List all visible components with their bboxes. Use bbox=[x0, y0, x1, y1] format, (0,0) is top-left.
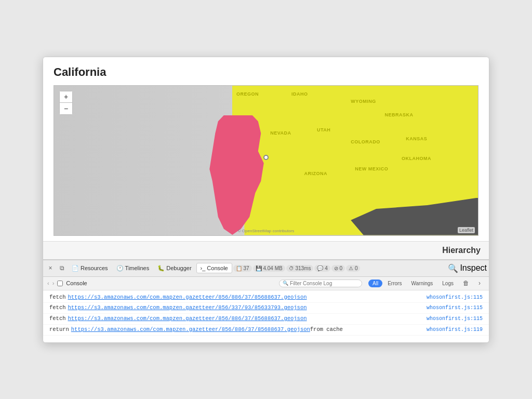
time-badge: ⏱ 313ms bbox=[286, 265, 314, 272]
console-back-button[interactable]: ‹ bbox=[47, 280, 49, 286]
log-source-4[interactable]: whosonfirst.js:119 bbox=[422, 326, 483, 334]
log-url-4[interactable]: https://s3.amazonaws.com/com.mapzen.gaze… bbox=[71, 326, 310, 334]
log-suffix-4: from cache bbox=[310, 326, 343, 334]
log-entry-4: return https://s3.amazonaws.com/com.mapz… bbox=[43, 325, 489, 336]
label-nebraska: NEBRASKA bbox=[384, 112, 413, 117]
warnings-value: 0 bbox=[355, 265, 358, 271]
messages-badge: 💬 4 bbox=[314, 265, 330, 272]
console-icon: ›_ bbox=[201, 265, 206, 271]
label-nevada: NEVADA bbox=[270, 130, 291, 136]
devtools-console-button[interactable]: ›_ Console bbox=[196, 263, 232, 273]
log-entry-2: fetch https://s3.amazonaws.com/com.mapze… bbox=[43, 303, 489, 314]
log-source-1[interactable]: whosonfirst.js:115 bbox=[422, 294, 483, 301]
page-area: California OREGON IDAHO WYOMING NEBRASKA… bbox=[43, 57, 489, 241]
filter-tab-logs[interactable]: Logs bbox=[438, 280, 458, 287]
devtools-timelines-button[interactable]: 🕐 Timelines bbox=[113, 263, 153, 273]
zoom-in-button[interactable]: + bbox=[60, 91, 72, 103]
hierarchy-label: Hierarchy bbox=[442, 246, 481, 255]
filter-tabs: All Errors Warnings Logs bbox=[368, 280, 458, 287]
size-badge: 💾 4.04 MB bbox=[253, 265, 285, 272]
size-icon: 💾 bbox=[256, 265, 262, 271]
map-marker bbox=[263, 155, 269, 160]
devtools-panel: × ⧉ 📄 Resources 🕐 Timelines 🐛 Debugger ›… bbox=[43, 259, 489, 342]
label-oklahoma: OKLAHOMA bbox=[402, 156, 431, 161]
log-prefix-4: return bbox=[49, 326, 69, 334]
log-prefix-3: fetch bbox=[49, 315, 66, 323]
messages-value: 4 bbox=[325, 265, 328, 271]
log-prefix-1: fetch bbox=[49, 294, 66, 302]
log-url-3[interactable]: https://s3.amazonaws.com/com.mapzen.gaze… bbox=[68, 315, 307, 323]
label-idaho: IDAHO bbox=[291, 91, 308, 97]
map-container[interactable]: OREGON IDAHO WYOMING NEBRASKA NEVADA UTA… bbox=[54, 85, 478, 236]
time-icon: ⏱ bbox=[289, 265, 294, 271]
devtools-close-button[interactable]: × bbox=[45, 263, 56, 273]
browser-window: California OREGON IDAHO WYOMING NEBRASKA… bbox=[43, 57, 489, 343]
message-icon: 💬 bbox=[317, 265, 323, 271]
resources-label: Resources bbox=[81, 265, 108, 271]
circle-icon: ⊘ bbox=[334, 265, 338, 271]
page-title: California bbox=[54, 65, 478, 79]
label-utah: UTAH bbox=[317, 127, 330, 132]
inspect-label: Inspect bbox=[460, 263, 487, 273]
timelines-icon: 🕐 bbox=[116, 265, 124, 272]
label-new-mexico: NEW MEXICO bbox=[355, 166, 388, 171]
label-wyoming: WYOMING bbox=[351, 99, 376, 104]
devtools-debugger-button[interactable]: 🐛 Debugger bbox=[154, 263, 195, 273]
log-source-2[interactable]: whosonfirst.js:115 bbox=[422, 304, 483, 312]
log-url-1[interactable]: https://s3.amazonaws.com/com.mapzen.gaze… bbox=[68, 294, 307, 302]
log-prefix-2: fetch bbox=[49, 304, 66, 312]
devtools-toolbar: × ⧉ 📄 Resources 🕐 Timelines 🐛 Debugger ›… bbox=[43, 260, 489, 277]
label-arizona: ARIZONA bbox=[304, 171, 327, 176]
timelines-label: Timelines bbox=[125, 265, 150, 271]
filter-search-icon: 🔍 bbox=[283, 281, 288, 286]
label-colorado: COLORADO bbox=[351, 139, 380, 144]
console-filter-box: 🔍 bbox=[279, 280, 362, 287]
filter-tab-warnings[interactable]: Warnings bbox=[407, 280, 437, 287]
console-filter-input[interactable] bbox=[290, 281, 358, 286]
inspect-icon: 🔍 bbox=[448, 263, 458, 273]
resources-icon: 📄 bbox=[72, 265, 79, 272]
file-icon: 📋 bbox=[236, 265, 242, 271]
size-value: 4.04 MB bbox=[263, 265, 282, 271]
debugger-label: Debugger bbox=[166, 265, 191, 271]
errors-badge: ⊘ 0 bbox=[331, 265, 345, 272]
console-logs: fetch https://s3.amazonaws.com/com.mapze… bbox=[43, 290, 489, 342]
log-entry-1: fetch https://s3.amazonaws.com/com.mapze… bbox=[43, 292, 489, 303]
log-entry-3: fetch https://s3.amazonaws.com/com.mapze… bbox=[43, 314, 489, 325]
filter-tab-all[interactable]: All bbox=[368, 280, 382, 287]
hierarchy-panel: Hierarchy bbox=[43, 241, 489, 259]
label-kansas: KANSAS bbox=[406, 136, 427, 141]
console-clear-button[interactable]: 🗑 bbox=[461, 278, 471, 288]
log-url-2[interactable]: https://s3.amazonaws.com/com.mapzen.gaze… bbox=[68, 304, 307, 312]
time-value: 313ms bbox=[295, 265, 311, 271]
console-checkbox[interactable] bbox=[57, 281, 63, 286]
warning-icon: ⚠ bbox=[349, 265, 353, 271]
console-label-toolbar: Console bbox=[207, 265, 228, 271]
file-count-badge: 📋 37 bbox=[233, 265, 252, 272]
debugger-icon: 🐛 bbox=[157, 265, 165, 272]
devtools-detach-button[interactable]: ⧉ bbox=[57, 263, 67, 273]
devtools-inspect-group: 🔍 Inspect bbox=[448, 263, 487, 273]
file-count-value: 37 bbox=[244, 265, 249, 271]
devtools-resources-button[interactable]: 📄 Resources bbox=[68, 263, 112, 273]
log-source-3[interactable]: whosonfirst.js:115 bbox=[422, 315, 483, 323]
filter-tab-errors[interactable]: Errors bbox=[383, 280, 406, 287]
map-attribution: © OpenStreetMap contributors bbox=[238, 229, 295, 233]
console-more-button[interactable]: › bbox=[474, 278, 485, 288]
label-oregon: OREGON bbox=[236, 91, 259, 97]
errors-value: 0 bbox=[340, 265, 343, 271]
warnings-badge: ⚠ 0 bbox=[346, 265, 360, 272]
console-forward-button[interactable]: › bbox=[52, 280, 55, 286]
console-bar: ‹ › Console 🔍 All Errors Warnings Logs 🗑… bbox=[43, 277, 489, 290]
console-tab-label: Console bbox=[66, 280, 87, 286]
leaflet-badge: Leaflet bbox=[458, 227, 475, 233]
zoom-out-button[interactable]: − bbox=[60, 103, 72, 114]
map-zoom-controls: + − bbox=[59, 91, 73, 115]
